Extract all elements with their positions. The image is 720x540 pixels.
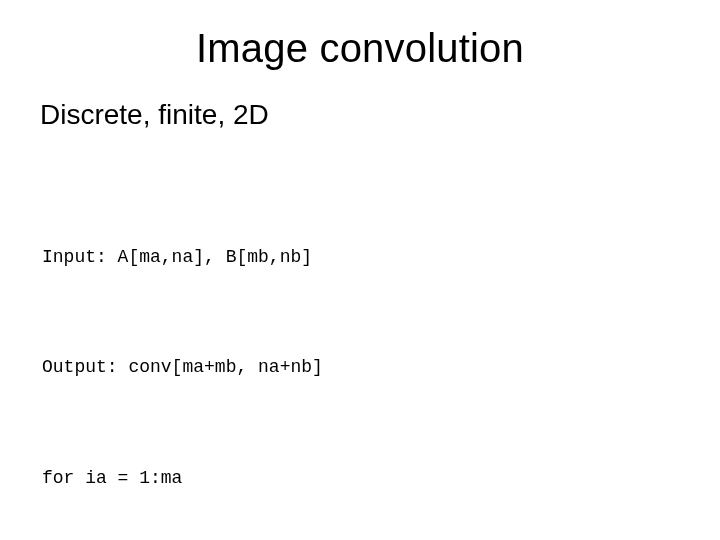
code-line: for ia = 1:ma	[42, 460, 680, 497]
code-block: Input: A[ma,na], B[mb,nb] Output: conv[m…	[42, 165, 680, 540]
slide: Image convolution Discrete, finite, 2D I…	[0, 0, 720, 540]
slide-subheading: Discrete, finite, 2D	[40, 99, 680, 131]
code-line: Input: A[ma,na], B[mb,nb]	[42, 239, 680, 276]
code-line: Output: conv[ma+mb, na+nb]	[42, 349, 680, 386]
slide-title: Image convolution	[40, 26, 680, 71]
